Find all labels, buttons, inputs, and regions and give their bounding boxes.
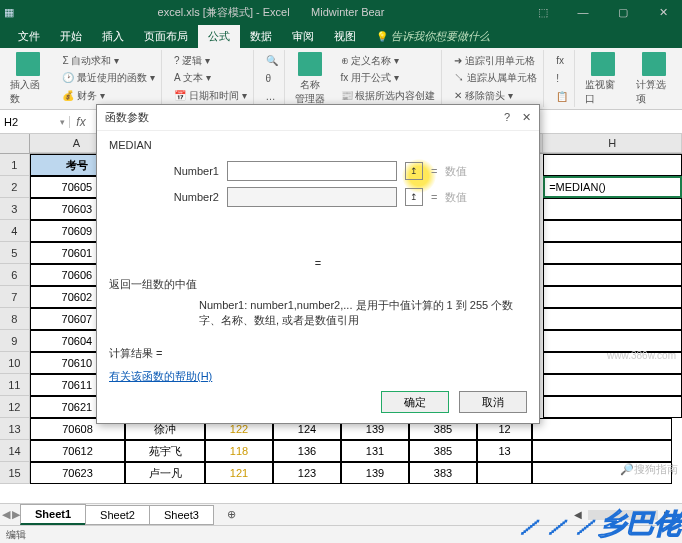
cell-B15[interactable]: 卢一凡 (125, 462, 205, 484)
cell-D14[interactable]: 136 (273, 440, 341, 462)
fx-button[interactable]: fx (70, 115, 92, 129)
row-header-10[interactable]: 10 (0, 352, 30, 374)
tab-data[interactable]: 数据 (240, 25, 282, 48)
cell-F14[interactable]: 385 (409, 440, 477, 462)
evaluate-fml-button[interactable]: 📋 (556, 91, 568, 102)
row-header-4[interactable]: 4 (0, 220, 30, 242)
cell-A15[interactable]: 70623 (30, 462, 125, 484)
finance-fn-button[interactable]: 💰 财务 ▾ (62, 89, 155, 103)
sheet-tab-2[interactable]: Sheet2 (85, 505, 150, 525)
remove-arrows-button[interactable]: ✕ 移除箭头 ▾ (454, 89, 537, 103)
cell-H14[interactable] (532, 440, 672, 462)
use-formula-button[interactable]: fx 用于公式 ▾ (341, 71, 436, 85)
cell-A14[interactable]: 70612 (30, 440, 125, 462)
row-header-9[interactable]: 9 (0, 330, 30, 352)
cell-D15[interactable]: 123 (273, 462, 341, 484)
row-header-7[interactable]: 7 (0, 286, 30, 308)
cell-H1[interactable] (543, 154, 682, 176)
tab-layout[interactable]: 页面布局 (134, 25, 198, 48)
lookup-fn-button[interactable]: 🔍 (266, 55, 278, 66)
trace-dependents-button[interactable]: ↘ 追踪从属单元格 (454, 71, 537, 85)
ribbon-opts-icon[interactable]: ⬚ (528, 6, 558, 19)
cell-C15[interactable]: 121 (205, 462, 273, 484)
cancel-button[interactable]: 取消 (459, 391, 527, 413)
arg2-input[interactable] (227, 187, 397, 207)
tab-home[interactable]: 开始 (50, 25, 92, 48)
trace-precedents-button[interactable]: ➜ 追踪引用单元格 (454, 54, 537, 68)
cell-G15[interactable] (477, 462, 532, 484)
add-sheet-button[interactable]: ⊕ (213, 505, 250, 524)
dialog-arg-help: Number1: number1,number2,... 是用于中值计算的 1 … (109, 298, 527, 328)
maximize-button[interactable]: ▢ (608, 6, 638, 19)
sheet-tab-3[interactable]: Sheet3 (149, 505, 214, 525)
cell-H8[interactable] (543, 308, 682, 330)
tab-review[interactable]: 审阅 (282, 25, 324, 48)
cell-E14[interactable]: 131 (341, 440, 409, 462)
cell-E15[interactable]: 139 (341, 462, 409, 484)
ok-button[interactable]: 确定 (381, 391, 449, 413)
minimize-button[interactable]: — (568, 6, 598, 19)
row-header-5[interactable]: 5 (0, 242, 30, 264)
cell-H2[interactable]: =MEDIAN() (543, 176, 682, 198)
arg1-input[interactable] (227, 161, 397, 181)
col-header-H[interactable]: H (543, 134, 682, 153)
row-header-2[interactable]: 2 (0, 176, 30, 198)
tab-file[interactable]: 文件 (8, 25, 50, 48)
row-header-11[interactable]: 11 (0, 374, 30, 396)
cell-H6[interactable] (543, 264, 682, 286)
tab-insert[interactable]: 插入 (92, 25, 134, 48)
recent-fn-button[interactable]: 🕑 最近使用的函数 ▾ (62, 71, 155, 85)
datetime-fn-button[interactable]: 📅 日期和时间 ▾ (174, 89, 247, 103)
arg1-range-picker[interactable]: ↥ (405, 162, 423, 180)
show-formulas-button[interactable]: fx (556, 55, 568, 66)
ribbon-tabs: 文件 开始 插入 页面布局 公式 数据 审阅 视图 告诉我你想要做什么 (0, 24, 682, 48)
arg2-range-picker[interactable]: ↥ (405, 188, 423, 206)
calc-options-button[interactable]: 计算选项 (632, 50, 676, 107)
math-fn-button[interactable]: θ (266, 73, 278, 84)
sheet-scroll-left-icon[interactable]: ◀ (2, 508, 10, 521)
row-header-6[interactable]: 6 (0, 264, 30, 286)
row-header-14[interactable]: 14 (0, 440, 30, 462)
watch-window-button[interactable]: 监视窗口 (581, 50, 625, 107)
name-box[interactable]: H2 (0, 116, 70, 128)
dialog-close-button[interactable]: ✕ (522, 111, 531, 124)
error-check-button[interactable]: ! (556, 73, 568, 84)
dialog-help-button[interactable]: ? (504, 111, 510, 124)
window-title: excel.xls [兼容模式] - Excel (158, 6, 290, 18)
cell-H9[interactable] (543, 330, 682, 352)
more-fn-button[interactable]: … (266, 91, 278, 102)
cell-H4[interactable] (543, 220, 682, 242)
cell-C14[interactable]: 118 (205, 440, 273, 462)
row-header-15[interactable]: 15 (0, 462, 30, 484)
autosum-button[interactable]: Σ 自动求和 ▾ (62, 54, 155, 68)
cell-H13[interactable] (532, 418, 672, 440)
row-header-3[interactable]: 3 (0, 198, 30, 220)
logic-fn-button[interactable]: ? 逻辑 ▾ (174, 54, 247, 68)
tab-view[interactable]: 视图 (324, 25, 366, 48)
define-name-button[interactable]: ⊕ 定义名称 ▾ (341, 54, 436, 68)
sheet-tab-1[interactable]: Sheet1 (20, 504, 86, 525)
cell-H3[interactable] (543, 198, 682, 220)
tell-me[interactable]: 告诉我你想要做什么 (366, 25, 500, 48)
cell-G14[interactable]: 13 (477, 440, 532, 462)
row-header-13[interactable]: 13 (0, 418, 30, 440)
dialog-help-link[interactable]: 有关该函数的帮助(H) (109, 369, 212, 384)
row-header-12[interactable]: 12 (0, 396, 30, 418)
cell-B14[interactable]: 苑宇飞 (125, 440, 205, 462)
cell-H12[interactable] (543, 396, 682, 418)
cell-H5[interactable] (543, 242, 682, 264)
select-all-corner[interactable] (0, 134, 30, 153)
close-button[interactable]: ✕ (648, 6, 678, 19)
row-header-8[interactable]: 8 (0, 308, 30, 330)
insert-function-button[interactable]: 插入函数 (6, 50, 50, 107)
name-mgr-icon (298, 52, 322, 76)
tab-formula[interactable]: 公式 (198, 25, 240, 48)
name-manager-button[interactable]: 名称 管理器 (291, 50, 329, 107)
sheet-scroll-right-icon[interactable]: ▶ (12, 508, 20, 521)
text-fn-button[interactable]: A 文本 ▾ (174, 71, 247, 85)
cell-H7[interactable] (543, 286, 682, 308)
cell-H11[interactable] (543, 374, 682, 396)
cell-F15[interactable]: 383 (409, 462, 477, 484)
from-selection-button[interactable]: 📰 根据所选内容创建 (341, 89, 436, 103)
row-header-1[interactable]: 1 (0, 154, 30, 176)
